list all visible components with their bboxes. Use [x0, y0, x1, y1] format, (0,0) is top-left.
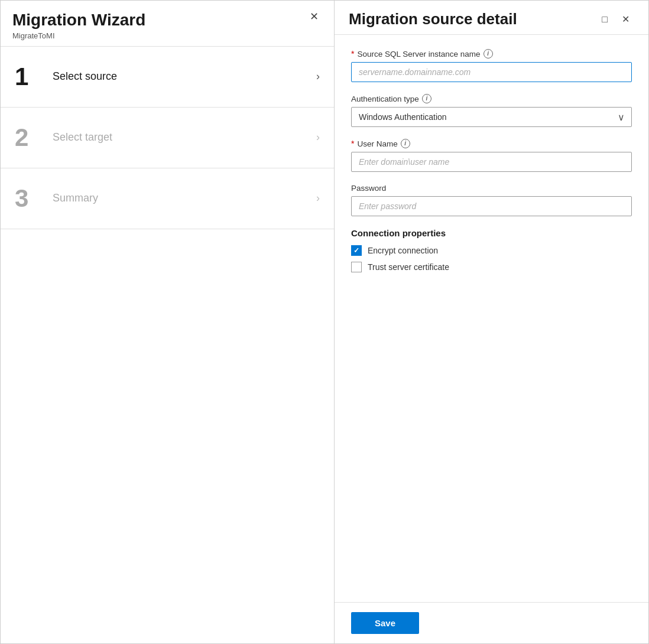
auth-type-select[interactable]: Windows Authentication SQL Server Authen… [351, 107, 632, 127]
auth-type-label: Authentication type i [351, 94, 632, 103]
password-input[interactable] [351, 196, 632, 216]
wizard-title: Migration Wizard [12, 10, 145, 30]
encrypt-connection-checkbox[interactable]: ✓ [351, 245, 362, 256]
left-close-button[interactable]: ✕ [306, 10, 322, 23]
encrypt-connection-item[interactable]: ✓ Encrypt connection [351, 245, 632, 256]
right-close-button[interactable]: ✕ [617, 12, 634, 27]
step-1-chevron-icon: › [316, 70, 320, 83]
username-input[interactable] [351, 152, 632, 172]
trust-certificate-label: Trust server certificate [368, 262, 449, 272]
username-label: * User Name i [351, 139, 632, 148]
steps-container: 1 Select source › 2 Select target › 3 Su… [1, 47, 334, 643]
source-instance-label: * Source SQL Server instance name i [351, 49, 632, 58]
encrypt-connection-label: Encrypt connection [368, 246, 438, 255]
step-2-label: Select target [47, 131, 316, 144]
source-instance-info-icon[interactable]: i [483, 49, 493, 58]
left-header-text: Migration Wizard MigrateToMI [12, 10, 145, 40]
username-label-text: User Name [357, 139, 397, 148]
step-3-label: Summary [47, 192, 316, 204]
auth-type-group: Authentication type i Windows Authentica… [351, 94, 632, 127]
connection-properties-title: Connection properties [351, 228, 632, 238]
maximize-button[interactable]: □ [597, 12, 612, 27]
source-instance-label-text: Source SQL Server instance name [357, 50, 480, 58]
step-2-row[interactable]: 2 Select target › [1, 108, 334, 168]
password-label: Password [351, 184, 632, 193]
dialog-container: Migration Wizard MigrateToMI ✕ 1 Select … [0, 0, 649, 644]
username-info-icon[interactable]: i [401, 139, 410, 148]
right-footer: Save [335, 602, 648, 643]
right-panel: Migration source detail □ ✕ * Source SQL… [335, 1, 648, 643]
auth-type-select-wrapper: Windows Authentication SQL Server Authen… [351, 107, 632, 127]
step-1-number: 1 [15, 64, 47, 89]
left-header: Migration Wizard MigrateToMI ✕ [1, 1, 334, 47]
password-group: Password [351, 184, 632, 216]
step-2-number: 2 [15, 125, 47, 150]
auth-type-info-icon[interactable]: i [422, 94, 431, 103]
connection-properties-group: Connection properties ✓ Encrypt connecti… [351, 228, 632, 272]
step-3-chevron-icon: › [316, 192, 320, 204]
right-header: Migration source detail □ ✕ [335, 1, 648, 35]
right-header-actions: □ ✕ [597, 12, 634, 27]
password-label-text: Password [351, 184, 386, 193]
required-star-1: * [351, 49, 354, 58]
step-1-row[interactable]: 1 Select source › [1, 47, 334, 108]
required-star-2: * [351, 139, 354, 148]
step-2-chevron-icon: › [316, 131, 320, 144]
wizard-subtitle: MigrateToMI [12, 31, 145, 40]
username-group: * User Name i [351, 139, 632, 172]
checkbox-group: ✓ Encrypt connection Trust server certif… [351, 245, 632, 272]
step-3-number: 3 [15, 186, 47, 211]
trust-certificate-item[interactable]: Trust server certificate [351, 262, 632, 272]
right-content: * Source SQL Server instance name i Auth… [335, 35, 648, 602]
auth-type-label-text: Authentication type [351, 95, 419, 103]
save-button[interactable]: Save [351, 612, 419, 634]
source-instance-group: * Source SQL Server instance name i [351, 49, 632, 82]
encrypt-connection-checkmark-icon: ✓ [353, 247, 359, 254]
right-panel-title: Migration source detail [349, 10, 517, 28]
trust-certificate-checkbox[interactable] [351, 262, 362, 272]
step-3-row[interactable]: 3 Summary › [1, 168, 334, 229]
source-instance-input[interactable] [351, 62, 632, 82]
step-1-label: Select source [47, 70, 316, 83]
left-panel: Migration Wizard MigrateToMI ✕ 1 Select … [1, 1, 335, 643]
